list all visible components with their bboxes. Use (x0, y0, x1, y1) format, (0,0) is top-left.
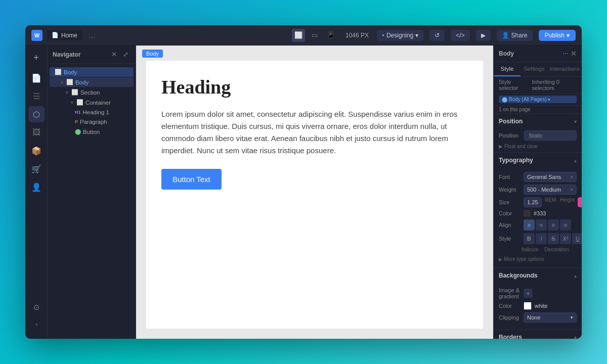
position-value[interactable]: Static (524, 130, 577, 141)
color-value-row: #333 (524, 210, 546, 217)
publish-button[interactable]: Publish ▾ (539, 30, 576, 41)
right-panel-menu-button[interactable]: ··· (562, 50, 569, 58)
size-input-group: REM Height ✕ (524, 197, 582, 207)
color-hex: #333 (534, 210, 546, 216)
bold-button[interactable]: B (524, 233, 535, 244)
clipping-value: None (527, 314, 540, 321)
nav-body-chevron: ▼ (60, 80, 64, 85)
share-icon: 👤 (502, 32, 509, 39)
decoration-label: Decoration (544, 247, 569, 252)
panel-scrollable: Style selector Inheriting 0 selectors ⬤ … (494, 77, 582, 339)
more-type-options-row[interactable]: ▶ More type options (499, 255, 577, 263)
typography-label: Typography (499, 157, 574, 164)
nav-para-icon: P (75, 119, 78, 124)
nav-section-label: Section (80, 89, 100, 96)
tab-style[interactable]: Style (494, 62, 521, 76)
top-bar: W 📄 Home ... ⬜ ▭ 📱 1046 PX ● Designing ▾… (25, 25, 582, 46)
undo-button[interactable]: ↺ (429, 30, 445, 41)
nav-item-paragraph[interactable]: P Paragraph (50, 117, 134, 126)
more-tabs-button[interactable]: ... (86, 31, 97, 40)
tab-settings[interactable]: Settings (521, 62, 547, 76)
nav-item-button[interactable]: ⬤ Button (50, 127, 134, 136)
nav-item-container[interactable]: ▼ ⬜ Container (50, 98, 134, 107)
size-row: Size REM Height ✕ (499, 197, 577, 207)
canvas-breadcrumb: Body (142, 50, 163, 58)
nav-btn-icon: ⬤ (75, 128, 81, 135)
device-icons-group: ⬜ ▭ 📱 (292, 29, 337, 42)
clipping-label: Clipping (499, 314, 522, 321)
left-sidebar-icons: + 📄 ☰ ⬡ 🖼 📦 🛒 👤 ⚙ ⁺ (25, 46, 48, 339)
nav-item-body-root[interactable]: ⬜ Body (50, 67, 134, 77)
navigator-icon[interactable]: ☰ (28, 88, 45, 104)
ecommerce-icon[interactable]: 🛒 (28, 161, 45, 177)
size-input[interactable] (524, 197, 542, 207)
bg-color-label: Color (499, 303, 522, 309)
image-gradient-label: Image & gradient (499, 287, 522, 299)
weight-value: 500 - Medium (527, 187, 561, 193)
assets-icon[interactable]: 🖼 (28, 124, 45, 141)
weight-arrow: ▾ (571, 187, 573, 192)
clipping-select[interactable]: None ▾ (524, 312, 577, 323)
position-section-header[interactable]: Position ▾ (494, 114, 582, 129)
preview-button[interactable]: ▶ (476, 30, 491, 41)
mobile-icon[interactable]: 📱 (324, 29, 337, 42)
tab-icon: 📄 (52, 32, 59, 38)
add-image-gradient-button[interactable]: + (524, 289, 533, 298)
nav-body-icon: ⬜ (55, 69, 62, 75)
navigator-expand-icon[interactable]: ⤢ (121, 50, 131, 59)
settings-icon[interactable]: ⚙ (28, 299, 45, 315)
components-icon[interactable]: ⬡ (28, 106, 45, 122)
right-panel: Body ··· ✕ Style Settings Interactions S… (493, 46, 582, 339)
users-icon[interactable]: 👤 (28, 179, 45, 195)
desktop-icon[interactable]: ⬜ (292, 29, 305, 42)
italic-button[interactable]: I (536, 233, 547, 244)
home-tab[interactable]: 📄 Home (47, 30, 82, 40)
share-button[interactable]: 👤 Share (497, 30, 533, 41)
style-row-label: Style (499, 236, 522, 242)
designing-arrow: ▾ (415, 32, 418, 39)
style-badge[interactable]: ⬤ Body (All Pages) ▾ (499, 96, 577, 103)
style-badge-label: Body (All Pages) (509, 97, 546, 102)
weight-select[interactable]: 500 - Medium ▾ (524, 185, 577, 195)
nav-item-heading1[interactable]: H1 Heading 1 (50, 108, 134, 117)
height-input[interactable] (578, 197, 582, 207)
help-icon[interactable]: ⁺ (28, 317, 45, 334)
navigator-close-icon[interactable]: ✕ (109, 50, 119, 59)
align-label: Align (499, 222, 522, 228)
float-clear-row[interactable]: ▶ Float and clear (494, 142, 582, 153)
align-right-button[interactable]: ≡ (548, 219, 559, 231)
app-window: W 📄 Home ... ⬜ ▭ 📱 1046 PX ● Designing ▾… (25, 25, 582, 339)
image-gradient-row: Image & gradient + (499, 287, 577, 299)
canvas-button[interactable]: Button Text (161, 169, 222, 190)
right-panel-close-button[interactable]: ✕ (571, 50, 577, 58)
nav-container-icon: ⬜ (76, 99, 83, 106)
code-button[interactable]: </> (451, 30, 469, 41)
tab-interactions[interactable]: Interactions (548, 62, 582, 76)
pages-icon[interactable]: 📄 (28, 70, 45, 86)
bg-color-swatch[interactable] (524, 302, 532, 310)
canvas-area[interactable]: Body Heading Lorem ipsum dolor sit amet,… (136, 46, 493, 339)
more-type-label: More type options (504, 256, 544, 262)
color-swatch[interactable] (524, 210, 531, 217)
designing-label: Designing (386, 32, 413, 39)
underline-button[interactable]: U (572, 233, 582, 244)
designing-button[interactable]: ● Designing ▾ (377, 30, 423, 41)
superscript-button[interactable]: X² (560, 233, 571, 244)
align-left-button[interactable]: ≡ (524, 219, 535, 231)
typography-section-header[interactable]: Typography ▴ (494, 153, 582, 168)
weight-row: Weight 500 - Medium ▾ (499, 185, 577, 195)
backgrounds-section-header[interactable]: Backgrounds ▴ (494, 268, 582, 283)
nav-item-section[interactable]: ▼ ⬜ Section (50, 87, 134, 97)
align-center-button[interactable]: ≡ (536, 219, 547, 231)
borders-arrow: ▾ (574, 335, 577, 339)
nav-item-body[interactable]: ▼ ⬜ Body (50, 77, 134, 87)
add-element-button[interactable]: + (29, 51, 44, 65)
cms-icon[interactable]: 📦 (28, 143, 45, 159)
align-justify-button[interactable]: ≡ (560, 219, 571, 231)
bg-color-value: white (535, 303, 548, 309)
strikethrough-button[interactable]: S (548, 233, 559, 244)
position-row: Position Static (494, 129, 582, 142)
tablet-icon[interactable]: ▭ (308, 29, 321, 42)
font-select[interactable]: General Sans ▾ (524, 172, 577, 182)
borders-section-header[interactable]: Borders ▾ (494, 330, 582, 339)
